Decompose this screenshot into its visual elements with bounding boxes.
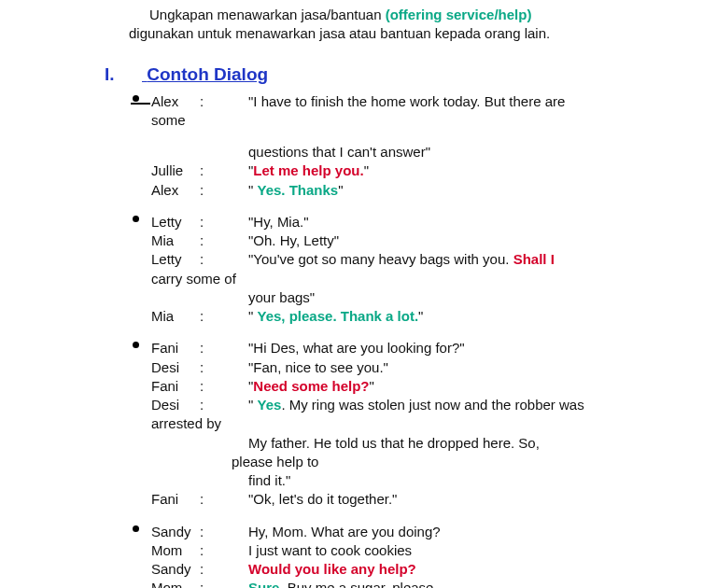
utterance: "Ok, let's do it together." — [248, 490, 678, 509]
dialog-continuation: your bags" — [248, 288, 678, 307]
dialog-block: Letty:"Hy, Mia."Mia:"Oh. Hy, Letty"Letty… — [151, 213, 678, 327]
dialog-row: Desi:" Yes. My ring was stolen just now … — [151, 396, 678, 414]
utterance: "Fan, nice to see you." — [248, 358, 678, 377]
speaker-label: Letty — [151, 213, 200, 231]
speaker-label: Mom — [151, 541, 200, 560]
utterance: "I have to finish the home work today. B… — [248, 92, 678, 111]
dialog-block: Sandy:Hy, Mom. What are you doing?Mom:I … — [151, 523, 678, 589]
utterance-text: "Ok, let's do it together." — [248, 491, 397, 507]
speaker-label: Alex — [151, 92, 200, 111]
colon: : — [200, 579, 248, 588]
speaker-label: Mia — [151, 307, 200, 326]
dialog-continuation: My father. He told us that he dropped he… — [248, 434, 678, 453]
dialog-row: Alex:" Yes. Thanks" — [151, 181, 678, 200]
speaker-label: Fani — [151, 490, 200, 509]
speaker-label: Sandy — [151, 560, 200, 579]
dialog-row: Letty:"You've got so many heavy bags wit… — [151, 250, 678, 269]
intro-line-2: digunakan untuk menawarkan jasa atau ban… — [129, 24, 678, 43]
utterance: "Need some help?" — [248, 377, 678, 396]
colon: : — [200, 377, 248, 396]
document-page: Ungkapan menawarkan jasa/bantuan (offeri… — [0, 0, 717, 588]
speaker-label: Sandy — [151, 523, 200, 541]
colon: : — [200, 161, 248, 180]
utterance-text: " — [338, 182, 343, 198]
dialog-row: Fani:"Ok, let's do it together." — [151, 490, 678, 509]
utterance-text: " — [248, 182, 258, 198]
colon: : — [200, 92, 248, 111]
colon: : — [200, 250, 248, 269]
dialog-continuation: carry some of — [151, 270, 678, 288]
dialog-row: Letty:"Hy, Mia." — [151, 213, 678, 231]
dialog-row: Sandy:Would you like any help? — [151, 560, 678, 579]
utterance-text: Hy, Mom. What are you doing? — [248, 524, 441, 539]
dialog-row: Fani:"Hi Des, what are you looking for?" — [151, 339, 678, 357]
utterance: " Yes. My ring was stolen just now and t… — [248, 396, 678, 414]
utterance-text: " — [418, 308, 423, 324]
utterance: "You've got so many heavy bags with you.… — [248, 250, 678, 269]
utterance-text: . Buy me a sugar, please. — [279, 580, 437, 588]
highlight-text: Yes — [258, 397, 282, 413]
highlight-text: Yes, please. Thank a lot. — [258, 308, 419, 324]
dialog-continuation: find it." — [248, 471, 678, 490]
section-number: I. — [105, 64, 142, 85]
dialog-row: Mia:"Oh. Hy, Letty" — [151, 231, 678, 250]
utterance-text: "Oh. Hy, Letty" — [248, 232, 339, 248]
dialogs-container: Alex:"I have to finish the home work tod… — [151, 92, 678, 589]
highlight-text: Need some help? — [253, 378, 369, 394]
utterance: "Hi Des, what are you looking for?" — [248, 339, 678, 357]
bullet-icon — [133, 342, 139, 348]
intro-highlight: (offering service/help) — [386, 7, 532, 22]
highlight-text: Let me help you. — [253, 162, 363, 178]
dialog-row: Mia:" Yes, please. Thank a lot." — [151, 307, 678, 326]
bullet-icon — [133, 525, 139, 532]
dialog-row: Desi:"Fan, nice to see you." — [151, 358, 678, 377]
utterance-text: " — [248, 397, 258, 413]
colon: : — [200, 560, 248, 579]
utterance-text: . My ring was stolen just now and the ro… — [281, 397, 583, 413]
colon: : — [200, 181, 248, 200]
dialog-row: Fani:"Need some help?" — [151, 377, 678, 396]
utterance: "Oh. Hy, Letty" — [248, 231, 678, 250]
dialog-row: Sandy:Hy, Mom. What are you doing? — [151, 523, 678, 541]
speaker-label: Jullie — [151, 161, 200, 180]
colon: : — [200, 541, 248, 560]
speaker-label: Desi — [151, 396, 200, 414]
utterance: "Hy, Mia." — [248, 213, 678, 231]
utterance: Sure. Buy me a sugar, please. — [248, 579, 678, 588]
dialog-block: Fani:"Hi Des, what are you looking for?"… — [151, 339, 678, 509]
highlight-text: Yes. Thanks — [258, 182, 339, 198]
colon: : — [200, 339, 248, 357]
colon: : — [200, 307, 248, 326]
dialog-row: Mom:I just want to cook cookies — [151, 541, 678, 560]
utterance-text: " — [364, 162, 369, 178]
dialog-row: Jullie:"Let me help you." — [151, 161, 678, 180]
highlight-text: Would you like any help? — [248, 561, 416, 577]
highlight-text: Sure — [248, 580, 279, 588]
utterance-text: " — [370, 378, 374, 394]
dialog-continuation: questions that I can't answer" — [248, 143, 678, 161]
dialog-row: Alex:"I have to finish the home work tod… — [151, 92, 678, 111]
intro-block: Ungkapan menawarkan jasa/bantuan (offeri… — [149, 6, 678, 44]
speaker-label: Letty — [151, 250, 200, 269]
dialog-continuation: some — [151, 111, 678, 130]
highlight-text: Shall I — [513, 251, 555, 267]
utterance-text: I just want to cook cookies — [248, 542, 412, 558]
colon: : — [200, 490, 248, 509]
speaker-label: Mom — [151, 579, 200, 588]
dialog-continuation: please help to — [232, 453, 678, 471]
section-title: Contoh Dialog — [147, 64, 268, 84]
utterance-text: "I have to finish the home work today. B… — [248, 93, 565, 109]
utterance-text: "Hy, Mia." — [248, 214, 309, 230]
utterance-text: " — [248, 308, 258, 324]
utterance-text: "You've got so many heavy bags with you. — [248, 251, 513, 267]
utterance-text: "Fan, nice to see you." — [248, 359, 388, 375]
speaker-label: Alex — [151, 181, 200, 200]
speaker-label: Fani — [151, 339, 200, 357]
intro-prefix: Ungkapan menawarkan jasa/bantuan — [149, 7, 386, 22]
utterance: I just want to cook cookies — [248, 541, 678, 560]
colon: : — [200, 358, 248, 377]
dialog-block: Alex:"I have to finish the home work tod… — [151, 92, 678, 200]
dialog-continuation: arrested by — [151, 414, 678, 433]
bullet-icon — [133, 95, 139, 102]
utterance: "Let me help you." — [248, 161, 678, 180]
